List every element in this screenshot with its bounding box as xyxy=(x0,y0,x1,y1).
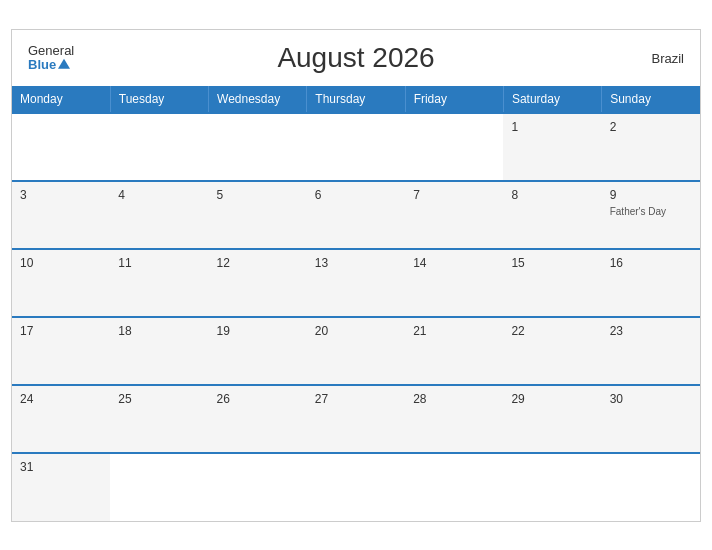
country-label: Brazil xyxy=(651,50,684,65)
calendar-day-cell: 2 xyxy=(602,113,700,181)
calendar-week-row: 24252627282930 xyxy=(12,385,700,453)
day-number: 11 xyxy=(118,256,200,270)
day-number: 6 xyxy=(315,188,397,202)
calendar-day-cell: 13 xyxy=(307,249,405,317)
day-number: 8 xyxy=(511,188,593,202)
calendar-header: General Blue August 2026 Brazil xyxy=(12,30,700,86)
calendar-week-row: 17181920212223 xyxy=(12,317,700,385)
calendar-day-cell xyxy=(307,113,405,181)
calendar-day-cell xyxy=(209,453,307,521)
calendar-day-cell xyxy=(503,453,601,521)
logo-general-text: General xyxy=(28,43,74,57)
calendar-day-cell: 6 xyxy=(307,181,405,249)
calendar-week-row: 3456789Father's Day xyxy=(12,181,700,249)
calendar-day-cell: 15 xyxy=(503,249,601,317)
day-number: 13 xyxy=(315,256,397,270)
calendar-day-cell xyxy=(602,453,700,521)
calendar-day-cell: 11 xyxy=(110,249,208,317)
day-number: 27 xyxy=(315,392,397,406)
calendar-day-cell: 28 xyxy=(405,385,503,453)
weekday-header-row: Monday Tuesday Wednesday Thursday Friday… xyxy=(12,86,700,113)
day-number: 31 xyxy=(20,460,102,474)
day-number: 14 xyxy=(413,256,495,270)
header-saturday: Saturday xyxy=(503,86,601,113)
day-number: 22 xyxy=(511,324,593,338)
day-number: 10 xyxy=(20,256,102,270)
day-number: 30 xyxy=(610,392,692,406)
calendar-day-cell: 16 xyxy=(602,249,700,317)
calendar-day-cell: 9Father's Day xyxy=(602,181,700,249)
header-sunday: Sunday xyxy=(602,86,700,113)
day-number: 19 xyxy=(217,324,299,338)
calendar-day-cell: 26 xyxy=(209,385,307,453)
calendar-day-cell: 21 xyxy=(405,317,503,385)
day-number: 26 xyxy=(217,392,299,406)
day-number: 3 xyxy=(20,188,102,202)
calendar-day-cell xyxy=(405,113,503,181)
header-monday: Monday xyxy=(12,86,110,113)
logo-blue-text: Blue xyxy=(28,58,70,72)
day-number: 5 xyxy=(217,188,299,202)
calendar-title: August 2026 xyxy=(277,42,434,74)
logo: General Blue xyxy=(28,43,74,72)
header-thursday: Thursday xyxy=(307,86,405,113)
calendar-day-cell: 12 xyxy=(209,249,307,317)
day-number: 23 xyxy=(610,324,692,338)
day-number: 18 xyxy=(118,324,200,338)
calendar-day-cell xyxy=(12,113,110,181)
header-wednesday: Wednesday xyxy=(209,86,307,113)
calendar-day-cell: 8 xyxy=(503,181,601,249)
calendar-day-cell xyxy=(209,113,307,181)
calendar-day-cell: 29 xyxy=(503,385,601,453)
header-friday: Friday xyxy=(405,86,503,113)
calendar-day-cell: 27 xyxy=(307,385,405,453)
day-number: 17 xyxy=(20,324,102,338)
calendar-day-cell xyxy=(110,113,208,181)
day-number: 4 xyxy=(118,188,200,202)
day-number: 24 xyxy=(20,392,102,406)
calendar-container: General Blue August 2026 Brazil Monday T… xyxy=(11,29,701,522)
day-number: 15 xyxy=(511,256,593,270)
day-number: 7 xyxy=(413,188,495,202)
calendar-day-cell: 1 xyxy=(503,113,601,181)
calendar-day-cell: 3 xyxy=(12,181,110,249)
day-number: 9 xyxy=(610,188,692,202)
calendar-day-cell: 19 xyxy=(209,317,307,385)
day-number: 20 xyxy=(315,324,397,338)
calendar-day-cell: 18 xyxy=(110,317,208,385)
calendar-day-cell: 10 xyxy=(12,249,110,317)
header-tuesday: Tuesday xyxy=(110,86,208,113)
day-number: 25 xyxy=(118,392,200,406)
day-number: 29 xyxy=(511,392,593,406)
calendar-day-cell: 7 xyxy=(405,181,503,249)
calendar-day-cell: 24 xyxy=(12,385,110,453)
day-number: 12 xyxy=(217,256,299,270)
calendar-day-cell: 14 xyxy=(405,249,503,317)
calendar-day-cell: 25 xyxy=(110,385,208,453)
calendar-day-cell: 31 xyxy=(12,453,110,521)
calendar-day-cell: 5 xyxy=(209,181,307,249)
calendar-day-cell: 22 xyxy=(503,317,601,385)
calendar-day-cell: 30 xyxy=(602,385,700,453)
calendar-week-row: 10111213141516 xyxy=(12,249,700,317)
logo-triangle-icon xyxy=(58,59,70,69)
calendar-day-cell: 4 xyxy=(110,181,208,249)
calendar-day-cell xyxy=(307,453,405,521)
calendar-day-cell: 23 xyxy=(602,317,700,385)
calendar-grid: Monday Tuesday Wednesday Thursday Friday… xyxy=(12,86,700,521)
day-number: 16 xyxy=(610,256,692,270)
calendar-week-row: 12 xyxy=(12,113,700,181)
day-number: 21 xyxy=(413,324,495,338)
calendar-day-cell xyxy=(405,453,503,521)
day-number: 1 xyxy=(511,120,593,134)
day-event: Father's Day xyxy=(610,206,692,217)
calendar-day-cell xyxy=(110,453,208,521)
day-number: 28 xyxy=(413,392,495,406)
calendar-day-cell: 20 xyxy=(307,317,405,385)
day-number: 2 xyxy=(610,120,692,134)
calendar-day-cell: 17 xyxy=(12,317,110,385)
calendar-week-row: 31 xyxy=(12,453,700,521)
